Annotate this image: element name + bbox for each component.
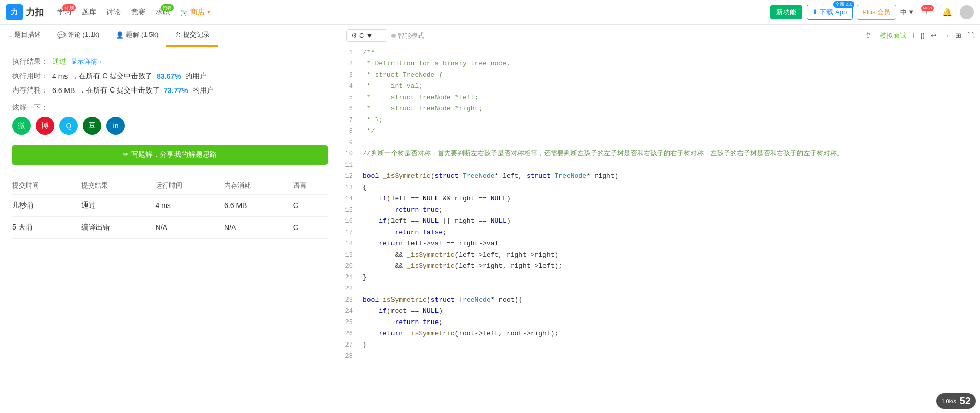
code-line: 2 * Definition for a binary tree node. (340, 58, 980, 70)
tab-description[interactable]: ≡ 题目描述 (0, 25, 49, 47)
nav-item-discuss[interactable]: 讨论 (101, 0, 126, 25)
language-dropdown[interactable]: ⚙ C ▼ (346, 29, 387, 42)
exec-result-label: 执行结果： (12, 57, 48, 66)
result-section: 执行结果： 通过 显示详情 › 执行用时： 4 ms ，在所有 C 提交中击败了… (12, 57, 328, 95)
exec-detail-link[interactable]: 显示详情 › (71, 57, 101, 66)
mem-pct: 73.77% (164, 86, 188, 95)
code-line: 10 //判断一个树是否对称，首先要判断左右孩子是否对称相等，还需要判断左孩子的… (340, 148, 980, 159)
simulate-interview-button[interactable]: 模拟面试 (880, 31, 906, 40)
language-selector[interactable]: 中 ▼ (900, 8, 914, 17)
editor-toolbar: ⚙ C ▼ 智能模式 ⏱ 模拟面试 i {} ↩ → ⊞ ⛶ (340, 25, 980, 47)
code-line: 28 (340, 351, 980, 362)
logo[interactable]: 力 力扣 (6, 4, 44, 20)
share-section: 炫耀一下： 微 博 Q 豆 in (12, 103, 328, 135)
th-memory: 内存消耗 (224, 177, 293, 195)
mem-suffix: 的用户 (192, 86, 214, 95)
code-line: 3 * struct TreeNode { (340, 70, 980, 81)
code-line: 6 * struct TreeNode *right; (340, 103, 980, 114)
mem-result-row: 内存消耗： 6.6 MB ，在所有 C 提交中击败了 73.77% 的用户 (12, 86, 328, 95)
left-panel: ≡ 题目描述 💬 评论 (1.1k) 👤 题解 (1.5k) ⏱ 提交记录 执行… (0, 25, 340, 413)
top-nav: 力 力扣 学习 计划 题库 讨论 竞赛 求职 招聘 🛒 商店 ▼ 新功能 ⬇ 下… (0, 0, 980, 25)
nav-item-study[interactable]: 学习 计划 (52, 0, 77, 25)
notification-button[interactable]: 🔔 (939, 4, 955, 20)
time-result-row: 执行用时： 4 ms ，在所有 C 提交中击败了 83.67% 的用户 (12, 72, 328, 81)
row1-result[interactable]: 编译出错 (81, 217, 156, 239)
share-label: 炫耀一下： (12, 103, 328, 112)
row0-time: 几秒前 (12, 195, 81, 217)
nav-right: 新功能 ⬇ 下载 App 全新 2.0 Plus 会员 中 ▼ ＋ NEW 🔔 (770, 4, 974, 20)
avatar[interactable] (960, 5, 974, 19)
mem-desc: ，在所有 C 提交中击败了 (79, 86, 160, 95)
share-qq[interactable]: Q (59, 117, 78, 135)
mem-label: 内存消耗： (12, 86, 48, 95)
code-line: 17 return false; (340, 227, 980, 238)
share-weibo[interactable]: 博 (36, 117, 54, 135)
code-line: 14 if(left == NULL && right == NULL) (340, 193, 980, 204)
info-button[interactable]: i (912, 32, 914, 39)
time-pct: 83.67% (157, 72, 181, 80)
tab-comments[interactable]: 💬 评论 (1.1k) (49, 25, 108, 47)
fullscreen-button[interactable]: ⛶ (967, 32, 974, 39)
new-feature-button[interactable]: 新功能 (770, 5, 802, 19)
code-editor[interactable]: 1 /** 2 * Definition for a binary tree n… (340, 47, 980, 413)
tab-solutions[interactable]: 👤 题解 (1.5k) (107, 25, 166, 47)
row0-runtime: 4 ms (156, 195, 225, 217)
add-icon-button[interactable]: ＋ NEW (919, 4, 935, 20)
code-line: 24 if(root == NULL) (340, 306, 980, 317)
time-value: 4 ms (52, 72, 68, 80)
nav-item-jobs[interactable]: 求职 招聘 (150, 0, 175, 25)
settings-button[interactable]: ⊞ (955, 32, 961, 39)
table-row: 几秒前 通过 4 ms 6.6 MB C (12, 195, 328, 217)
logo-icon: 力 (6, 4, 23, 20)
smart-dot (391, 34, 396, 38)
plus-member-button[interactable]: Plus 会员 (857, 5, 896, 20)
tab-bar: ≡ 题目描述 💬 评论 (1.1k) 👤 题解 (1.5k) ⏱ 提交记录 (0, 25, 340, 47)
smart-mode-toggle[interactable]: 智能模式 (391, 31, 424, 40)
editor-right-tools: ⏱ 模拟面试 i {} ↩ → ⊞ ⛶ (865, 31, 974, 40)
th-result: 提交结果 (81, 177, 156, 195)
nav-item-problems[interactable]: 题库 (77, 0, 101, 25)
code-line: 5 * struct TreeNode *left; (340, 92, 980, 103)
redo-button[interactable]: → (943, 32, 949, 39)
th-runtime: 运行时间 (156, 177, 225, 195)
download-app-button[interactable]: ⬇ 下载 App 全新 2.0 (807, 5, 853, 20)
row1-lang: C (293, 217, 328, 239)
share-linkedin[interactable]: in (106, 117, 125, 135)
exec-result-row: 执行结果： 通过 显示详情 › (12, 57, 328, 66)
nav-item-contest[interactable]: 竞赛 (126, 0, 150, 25)
code-line: 9 (340, 137, 980, 148)
network-speed: 1.0k/s (941, 398, 956, 404)
code-line: 12 bool _isSymmetric(struct TreeNode* le… (340, 171, 980, 182)
code-line: 25 return true; (340, 317, 980, 328)
undo-button[interactable]: ↩ (931, 32, 937, 39)
row1-memory: N/A (224, 217, 293, 239)
write-solution-button[interactable]: ✏ 写题解，分享我的解题思路 (12, 145, 328, 165)
code-line: 8 */ (340, 126, 980, 137)
mem-value: 6.6 MB (52, 86, 75, 95)
code-line: 27 } (340, 339, 980, 351)
add-badge: NEW (921, 5, 934, 11)
format-button[interactable]: {} (920, 32, 925, 39)
share-icons: 微 博 Q 豆 in (12, 117, 328, 135)
logo-text: 力扣 (26, 6, 44, 18)
nav-item-store[interactable]: 🛒 商店 ▼ (175, 0, 216, 25)
nav-badge-study: 计划 (62, 4, 76, 11)
bottom-status: 1.0k/s 52 (936, 393, 976, 409)
table-header-row: 提交时间 提交结果 运行时间 内存消耗 语言 (12, 177, 328, 195)
code-line: 22 (340, 283, 980, 294)
time-suffix: 的用户 (185, 72, 207, 81)
row0-result[interactable]: 通过 (81, 195, 156, 217)
tab-submissions[interactable]: ⏱ 提交记录 (166, 25, 218, 47)
code-line: 13 { (340, 182, 980, 193)
share-wechat[interactable]: 微 (12, 117, 31, 135)
submission-table: 提交时间 提交结果 运行时间 内存消耗 语言 几秒前 通过 4 ms 6.6 M… (12, 177, 328, 239)
code-line: 18 return left->val == right->val (340, 238, 980, 249)
code-line: 11 (340, 159, 980, 171)
share-douban[interactable]: 豆 (83, 117, 101, 135)
code-line: 7 * }; (340, 114, 980, 126)
answer-count: 52 (960, 395, 971, 407)
code-line: 4 * int val; (340, 81, 980, 92)
code-line: 23 bool isSymmetric(struct TreeNode* roo… (340, 294, 980, 306)
table-row: 5 天前 编译出错 N/A N/A C (12, 217, 328, 239)
row1-runtime: N/A (156, 217, 225, 239)
